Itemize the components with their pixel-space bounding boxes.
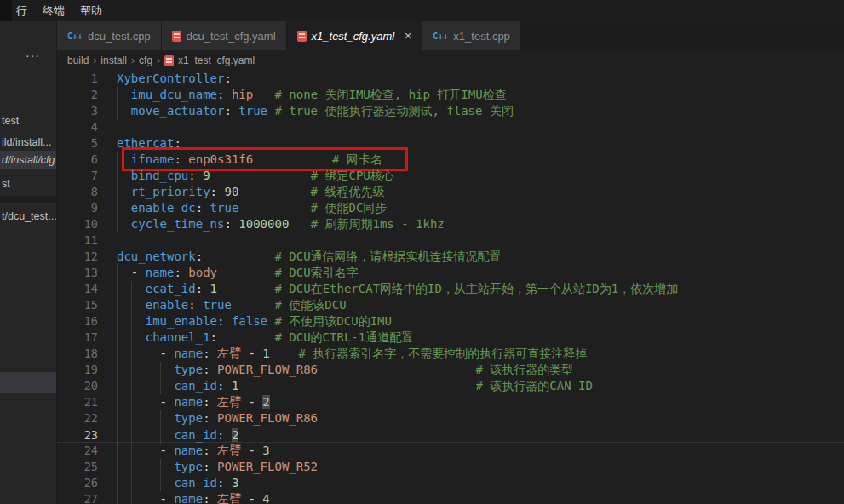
indent-guide (146, 443, 146, 459)
menu-bar: 行 终端 帮助 (0, 0, 844, 21)
tab-label: dcu_test_cfg.yaml (187, 30, 276, 43)
token-ws (289, 217, 310, 231)
code-line[interactable]: 13 - name: body # DCU索引名字 (57, 265, 844, 281)
code-line[interactable]: 18 - name: 左臂 - 1 # 执行器索引名字，不需要控制的执行器可直接… (57, 346, 844, 362)
line-content: imu_enable: false # 不使用该DCU的IMU (117, 313, 844, 329)
token-key: enable_dc (131, 201, 196, 215)
indent-guide (131, 427, 132, 444)
line-content: rt_priority: 90 # 线程优先级 (117, 184, 844, 200)
token-ws (210, 460, 217, 473)
token-punct: : (174, 266, 181, 279)
code-line[interactable]: 11 (57, 232, 844, 249)
token-comment: # DCU的CTRL-1通道配置 (274, 330, 413, 344)
code-line[interactable]: 26 can_id: 3 (57, 475, 844, 491)
line-number: 5 (57, 135, 98, 152)
code-line[interactable]: 15 enable: true # 使能该DCU (57, 297, 844, 313)
indent-guide (117, 184, 118, 200)
indent-guide (131, 491, 132, 504)
token-punct: - (241, 395, 262, 409)
sidebar-item[interactable]: st (0, 175, 57, 193)
code-line[interactable]: 19 type: POWER_FLOW_R86 # 该执行器的类型 (57, 362, 844, 378)
line-number: 9 (57, 200, 98, 216)
token-punct: - (131, 266, 146, 279)
token-ws (217, 330, 274, 344)
sidebar-item[interactable]: t/dcu_test... (0, 207, 57, 226)
line-content: type: POWER_FLOW_R86 # 该执行器的类型 (117, 362, 844, 378)
indent-guide (117, 168, 118, 184)
line-number: 13 (57, 265, 98, 281)
token-str: enp0s31f6 (188, 152, 253, 166)
tab-x1_test_cfg.yaml[interactable]: x1_test_cfg.yaml× (287, 21, 423, 50)
token-punct: : (188, 169, 195, 182)
menu-item-run-partial[interactable]: 行 (12, 0, 38, 21)
line-number: 19 (57, 362, 98, 378)
line-content: - name: 左臂 - 3 (117, 443, 844, 459)
indent-guide (117, 200, 118, 216)
code-editor[interactable]: 1XyberController:2 imu_dcu_name: hip # n… (57, 71, 844, 504)
code-line[interactable]: 25 type: POWER_FLOW_R52 (57, 459, 844, 475)
tab-bar: C++dcu_test.cppdcu_test_cfg.yamlx1_test_… (57, 21, 844, 50)
code-line[interactable]: 6 ifname: enp0s31f6 # 网卡名 (57, 152, 844, 168)
token-num: 9 (203, 169, 210, 182)
code-line[interactable]: 1XyberController: (57, 71, 844, 87)
token-ws (117, 201, 131, 215)
breadcrumb-file[interactable]: x1_test_cfg.yaml (164, 54, 255, 66)
token-num: 90 (224, 185, 238, 198)
yaml-file-icon (297, 31, 307, 42)
code-line[interactable]: 9 enable_dc: true # 使能DC同步 (57, 200, 844, 216)
indent-guide (117, 346, 118, 362)
code-line[interactable]: 27 - name: 左臂 - 4 (57, 491, 844, 504)
token-ws (203, 249, 274, 263)
line-number: 18 (57, 346, 98, 362)
code-line[interactable]: 10 cycle_time_ns: 1000000 # 刷新周期1ms - 1k… (57, 216, 844, 232)
code-line[interactable]: 22 type: POWER_FLOW_R86 (57, 410, 844, 427)
code-line[interactable]: 16 imu_enable: false # 不使用该DCU的IMU (57, 313, 844, 329)
more-actions-icon[interactable]: ··· (26, 49, 40, 62)
token-key: imu_enable (146, 314, 217, 328)
breadcrumb-segment[interactable]: cfg (139, 54, 152, 66)
code-line[interactable]: 17 channel_1: # DCU的CTRL-1通道配置 (57, 329, 844, 346)
code-line[interactable]: 20 can_id: 1 # 该执行器的CAN ID (57, 378, 844, 394)
code-line[interactable]: 2 imu_dcu_name: hip # none 关闭IMU检查, hip … (57, 87, 844, 103)
breadcrumb-segment[interactable]: build (67, 54, 89, 66)
tab-dcu_test.cpp[interactable]: C++dcu_test.cpp (57, 21, 162, 50)
line-number: 22 (57, 410, 98, 427)
token-ws (117, 395, 160, 409)
token-punct: - (241, 444, 262, 457)
token-punct: - (160, 395, 175, 409)
line-content: type: POWER_FLOW_R86 (117, 410, 844, 427)
sidebar-item[interactable]: test (0, 112, 57, 130)
indent-guide (117, 152, 118, 168)
code-line[interactable]: 7 bind_cpu: 9 # 绑定CPU核心 (57, 168, 844, 184)
sidebar-selected-row-empty[interactable] (0, 372, 57, 393)
code-line[interactable]: 3 move_actuator: true # true 使能执行器运动测试, … (57, 103, 844, 119)
indent-guide (160, 410, 161, 427)
breadcrumb-segment[interactable]: install (100, 54, 127, 66)
sidebar-item[interactable]: d/install/cfg (0, 151, 57, 169)
close-icon[interactable]: × (405, 30, 411, 42)
tab-dcu_test_cfg.yaml[interactable]: dcu_test_cfg.yaml (162, 21, 287, 50)
sidebar-item[interactable]: ild/install... (0, 133, 57, 152)
token-punct: : (188, 298, 195, 312)
tab-x1_test.cpp[interactable]: C++x1_test.cpp (422, 21, 521, 50)
token-punct: - (160, 492, 175, 504)
menu-item-terminal[interactable]: 终端 (38, 0, 76, 21)
token-str: POWER_FLOW_R52 (217, 460, 318, 473)
indent-guide (146, 394, 146, 410)
code-line[interactable]: 14 ecat_id: 1 # DCU在EtherCAT网络中的ID，从主站开始… (57, 281, 844, 297)
code-line[interactable]: 5ethercat: (57, 135, 844, 152)
code-line[interactable]: 12dcu_network: # DCU通信网络，请根据实机连接情况配置 (57, 249, 844, 265)
token-key: type (174, 411, 203, 425)
code-line[interactable]: 21 - name: 左臂 - 2 (57, 394, 844, 410)
token-comment: # true 使能执行器运动测试, flase 关闭 (274, 104, 513, 117)
code-line[interactable]: 24 - name: 左臂 - 3 (57, 443, 844, 459)
indent-guide (117, 281, 118, 297)
indent-guide (160, 378, 161, 394)
token-ws (117, 266, 131, 279)
token-ws (224, 88, 231, 101)
code-line[interactable]: 23 can_id: 2 (57, 427, 844, 443)
code-line[interactable]: 8 rt_priority: 90 # 线程优先级 (57, 184, 844, 200)
indent-guide (146, 362, 146, 378)
menu-item-help[interactable]: 帮助 (76, 0, 113, 21)
code-line[interactable]: 4 (57, 119, 844, 135)
